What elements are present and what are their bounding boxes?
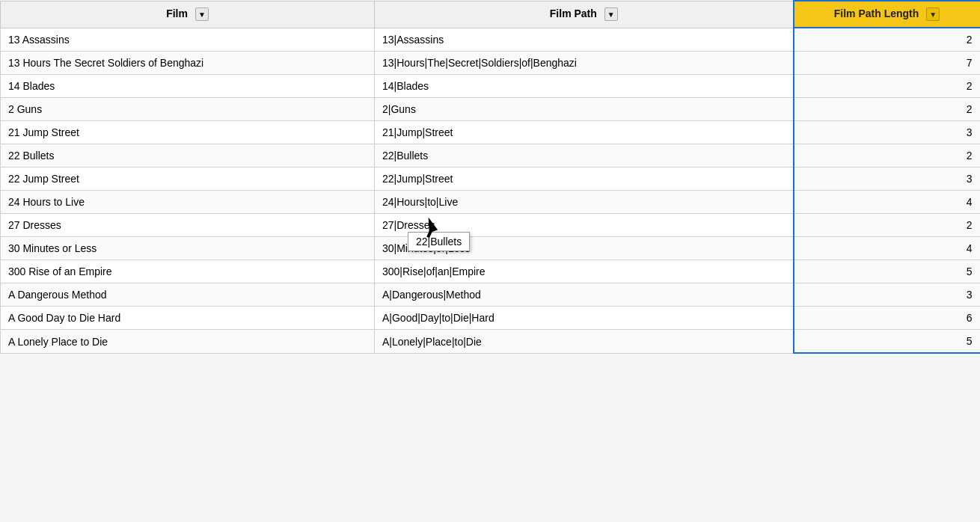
table-row: 14 Blades14|Blades2 — [1, 75, 981, 98]
length-cell: 2 — [794, 28, 981, 52]
film-cell: A Good Day to Die Hard — [1, 307, 375, 330]
film-cell: 22 Jump Street — [1, 168, 375, 191]
path-cell: 21|Jump|Street — [375, 121, 794, 144]
length-cell: 7 — [794, 52, 981, 75]
length-header-label: Film Path Length — [834, 7, 919, 19]
table-row: 13 Hours The Secret Soldiers of Benghazi… — [1, 52, 981, 75]
path-cell: 22|Bullets — [375, 144, 794, 168]
table-row: 22 Jump Street22|Jump|Street3 — [1, 168, 981, 191]
length-cell: 5 — [794, 260, 981, 283]
film-cell: A Dangerous Method — [1, 283, 375, 307]
path-cell: A|Good|Day|to|Die|Hard — [375, 307, 794, 330]
table-row: 22 Bullets22|Bullets2 — [1, 144, 981, 168]
table-row: 24 Hours to Live24|Hours|to|Live4 — [1, 191, 981, 214]
table-container: Film ▼ Film Path ▼ Film Path Length ▼ 13… — [0, 0, 980, 522]
table-row: 27 Dresses27|Dresses2 — [1, 214, 981, 237]
film-cell: 13 Hours The Secret Soldiers of Benghazi — [1, 52, 375, 75]
path-cell: A|Dangerous|Method — [375, 283, 794, 307]
table-row: 30 Minutes or Less30|Minutes|or|Less4 — [1, 237, 981, 260]
path-cell: 22|Jump|Street — [375, 168, 794, 191]
length-cell: 3 — [794, 283, 981, 307]
path-cell: 30|Minutes|or|Less — [375, 237, 794, 260]
table-row: 21 Jump Street21|Jump|Street3 — [1, 121, 981, 144]
table-row: 300 Rise of an Empire300|Rise|of|an|Empi… — [1, 260, 981, 283]
film-cell: 13 Assassins — [1, 28, 375, 52]
path-header-label: Film Path — [550, 7, 597, 19]
length-cell: 2 — [794, 214, 981, 237]
path-cell: A|Lonely|Place|to|Die — [375, 330, 794, 354]
table-row: 13 Assassins13|Assassins2 — [1, 28, 981, 52]
path-cell: 13|Hours|The|Secret|Soldiers|of|Benghazi — [375, 52, 794, 75]
path-cell: 13|Assassins — [375, 28, 794, 52]
length-cell: 4 — [794, 237, 981, 260]
film-cell: 14 Blades — [1, 75, 375, 98]
length-cell: 3 — [794, 121, 981, 144]
path-cell: 2|Guns — [375, 98, 794, 121]
length-cell: 6 — [794, 307, 981, 330]
film-cell: 27 Dresses — [1, 214, 375, 237]
table-row: 2 Guns2|Guns2 — [1, 98, 981, 121]
film-cell: 24 Hours to Live — [1, 191, 375, 214]
path-filter-button[interactable]: ▼ — [604, 7, 618, 21]
length-cell: 2 — [794, 75, 981, 98]
film-cell: 30 Minutes or Less — [1, 237, 375, 260]
table-row: A Good Day to Die HardA|Good|Day|to|Die|… — [1, 307, 981, 330]
film-column-header: Film ▼ — [1, 1, 375, 28]
length-filter-button[interactable]: ▼ — [926, 7, 940, 21]
film-cell: 2 Guns — [1, 98, 375, 121]
length-cell: 2 — [794, 98, 981, 121]
length-column-header: Film Path Length ▼ — [794, 1, 981, 28]
path-cell: 300|Rise|of|an|Empire — [375, 260, 794, 283]
path-cell: 24|Hours|to|Live — [375, 191, 794, 214]
table-row: A Dangerous MethodA|Dangerous|Method3 — [1, 283, 981, 307]
film-header-label: Film — [166, 7, 188, 19]
path-cell: 27|Dresses — [375, 214, 794, 237]
table-row: A Lonely Place to DieA|Lonely|Place|to|D… — [1, 330, 981, 354]
length-cell: 3 — [794, 168, 981, 191]
film-cell: 300 Rise of an Empire — [1, 260, 375, 283]
length-cell: 5 — [794, 330, 981, 354]
film-filter-button[interactable]: ▼ — [195, 7, 209, 21]
data-table: Film ▼ Film Path ▼ Film Path Length ▼ 13… — [0, 0, 980, 354]
film-cell: 22 Bullets — [1, 144, 375, 168]
length-cell: 2 — [794, 144, 981, 168]
length-cell: 4 — [794, 191, 981, 214]
film-cell: A Lonely Place to Die — [1, 330, 375, 354]
path-cell: 14|Blades — [375, 75, 794, 98]
film-cell: 21 Jump Street — [1, 121, 375, 144]
path-column-header: Film Path ▼ — [375, 1, 794, 28]
